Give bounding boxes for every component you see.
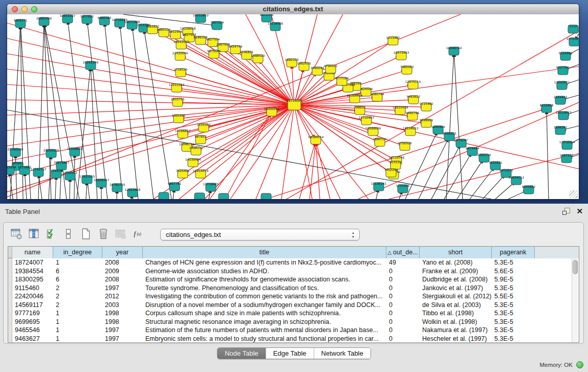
graph-node[interactable]	[82, 15, 92, 24]
graph-node[interactable]	[195, 136, 206, 144]
table-scrollbar[interactable]	[572, 258, 579, 342]
function-builder-button[interactable]: f(x)	[132, 227, 149, 240]
graph-node[interactable]	[184, 34, 194, 42]
graph-node[interactable]	[555, 126, 565, 135]
graph-node[interactable]	[372, 93, 382, 101]
graph-node[interactable]	[557, 81, 567, 90]
graph-node[interactable]	[558, 67, 568, 75]
minimize-window-icon[interactable]	[21, 6, 28, 12]
graph-node[interactable]	[176, 41, 186, 49]
graph-node[interactable]	[421, 119, 431, 127]
graph-node[interactable]	[209, 50, 219, 58]
graph-node[interactable]	[456, 139, 466, 147]
graph-node[interactable]	[361, 88, 371, 96]
graph-node[interactable]	[208, 38, 218, 47]
graph-node[interactable]	[560, 52, 571, 60]
graph-node[interactable]	[171, 84, 182, 92]
graph-node[interactable]	[262, 14, 272, 22]
delete-column-button[interactable]	[97, 227, 111, 240]
graph-node[interactable]	[159, 29, 169, 37]
close-window-icon[interactable]	[12, 6, 18, 12]
graph-node[interactable]	[70, 148, 80, 156]
graph-node[interactable]	[10, 148, 20, 157]
graph-node[interactable]	[501, 169, 511, 178]
close-panel-icon[interactable]: ✕	[576, 208, 583, 215]
new-column-button[interactable]	[79, 227, 94, 240]
graph-node[interactable]	[230, 46, 241, 54]
graph-node[interactable]	[172, 98, 183, 106]
graph-node[interactable]	[402, 66, 412, 74]
graph-node[interactable]	[368, 127, 378, 136]
table-selector-dropdown[interactable]: citations_edges.txt ▲▼	[160, 229, 360, 240]
graph-node[interactable]	[219, 193, 229, 199]
graph-node[interactable]	[159, 192, 169, 199]
graph-node[interactable]	[191, 147, 201, 155]
graph-node[interactable]	[51, 170, 61, 178]
graph-node[interactable]	[170, 31, 181, 39]
select-rows-button[interactable]	[45, 227, 59, 240]
graph-node[interactable]	[39, 17, 49, 26]
graph-node[interactable]	[541, 104, 552, 113]
graph-node[interactable]	[405, 127, 416, 136]
column-visibility-button[interactable]	[27, 227, 41, 240]
graph-node[interactable]	[396, 52, 406, 60]
graph-node[interactable]	[421, 103, 431, 111]
graph-node[interactable]	[375, 138, 385, 146]
graph-node[interactable]	[127, 21, 137, 29]
clear-selection-button[interactable]	[62, 227, 76, 240]
graph-node[interactable]	[395, 106, 405, 115]
window-resize-grip[interactable]	[569, 190, 578, 198]
graph-node[interactable]	[361, 117, 372, 125]
table-row[interactable]: 911546021997Tourette syndrome. Phenomeno…	[8, 284, 579, 293]
table-row[interactable]: 1938455462009Genome-wide association stu…	[8, 267, 579, 276]
graph-node[interactable]	[19, 166, 30, 174]
graph-node[interactable]	[15, 19, 26, 28]
graph-node[interactable]	[287, 59, 297, 67]
graph-node[interactable]	[169, 183, 180, 191]
graph-node[interactable]	[261, 193, 271, 199]
graph-node[interactable]	[127, 189, 138, 197]
zoom-window-icon[interactable]	[31, 6, 37, 12]
graph-node[interactable]	[467, 147, 477, 156]
tab-node-table[interactable]: Node Table	[217, 348, 266, 359]
graph-node[interactable]	[178, 130, 188, 138]
table-row[interactable]: 1456911722003Disruption of a novel membe…	[8, 301, 579, 310]
graph-node[interactable]	[312, 67, 322, 75]
graph-node[interactable]	[562, 141, 572, 149]
graph-node[interactable]	[374, 183, 384, 191]
graph-node[interactable]	[558, 112, 569, 120]
column-header-in_degree[interactable]: in_degree	[53, 247, 102, 258]
float-panel-icon[interactable]	[562, 208, 570, 215]
graph-node[interactable]	[524, 186, 534, 194]
column-header-out_de[interactable]: △out_de...	[386, 247, 420, 258]
graph-node[interactable]	[390, 161, 401, 169]
graph-node[interactable]	[388, 37, 398, 45]
graph-node[interactable]	[444, 133, 454, 141]
column-header-year[interactable]: year	[102, 247, 143, 258]
table-scrollbar-thumb[interactable]	[573, 260, 578, 274]
graph-node[interactable]	[33, 168, 43, 177]
graph-node[interactable]	[182, 143, 192, 151]
graph-node[interactable]	[408, 81, 418, 89]
table-row[interactable]: 969969511998Structural magnetic resonanc…	[8, 318, 579, 326]
graph-node[interactable]	[218, 43, 228, 52]
memory-status-icon[interactable]	[576, 361, 583, 368]
graph-node[interactable]	[194, 193, 205, 199]
graph-node[interactable]	[176, 69, 186, 77]
graph-node[interactable]	[337, 77, 347, 85]
graph-node[interactable]	[7, 166, 14, 174]
graph-node[interactable]	[85, 61, 96, 70]
network-window-titlebar[interactable]: citations_edges.txt	[7, 4, 579, 15]
graph-node[interactable]	[490, 162, 500, 170]
graph-node[interactable]	[568, 25, 578, 33]
graph-node[interactable]	[270, 23, 280, 31]
graph-node[interactable]	[242, 51, 252, 59]
graph-node[interactable]	[325, 65, 336, 73]
graph-node[interactable]	[115, 19, 125, 27]
graph-node[interactable]	[188, 159, 198, 167]
graph-node[interactable]	[212, 21, 222, 30]
graph-node[interactable]	[253, 55, 263, 63]
graph-node[interactable]	[561, 155, 572, 163]
graph-node[interactable]	[96, 179, 106, 187]
graph-node[interactable]	[195, 14, 206, 23]
